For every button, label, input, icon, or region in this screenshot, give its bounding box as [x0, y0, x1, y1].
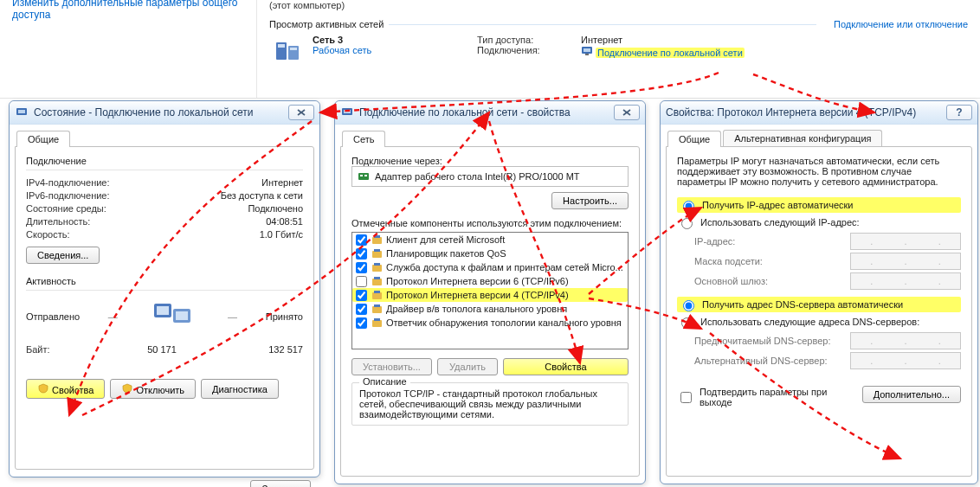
bytes-recv: 132 517: [190, 344, 303, 355]
lan-icon: [15, 106, 29, 119]
validate-label: Подтвердить параметры при выходе: [700, 387, 862, 407]
component-icon: [371, 261, 383, 273]
close-dialog-button[interactable]: Закрыть: [250, 480, 311, 487]
bytes-sent: 50 171: [64, 344, 177, 355]
component-item[interactable]: Планировщик пакетов QoS: [352, 247, 628, 260]
svg-rect-19: [358, 173, 369, 180]
component-item[interactable]: Драйвер в/в тополога канального уровня: [352, 302, 628, 316]
lan-connection-link[interactable]: Подключение по локальной сети: [596, 48, 745, 58]
component-item[interactable]: Служба доступа к файлам и принтерам сете…: [352, 260, 628, 274]
tab-general[interactable]: Общие: [667, 131, 721, 147]
radio-manual-dns[interactable]: Использовать следующие адреса DNS-сервер…: [677, 315, 961, 329]
component-label: Клиент для сетей Microsoft: [386, 234, 505, 245]
gw-label: Основной шлюз:: [694, 276, 850, 286]
component-icon: [371, 247, 383, 260]
diagnose-button[interactable]: Диагностика: [201, 379, 279, 399]
speed-value: 1.0 Гбит/с: [260, 229, 303, 240]
radio-manual-ip[interactable]: Использовать следующий IP-адрес:: [677, 215, 961, 229]
ipv6-label: IPv6-подключение:: [26, 190, 110, 201]
svg-rect-25: [374, 249, 380, 252]
tab-alternate[interactable]: Альтернативная конфигурация: [723, 130, 882, 146]
close-button[interactable]: [288, 105, 314, 120]
svg-rect-23: [374, 235, 380, 238]
component-item[interactable]: Протокол Интернета версии 6 (TCP/IPv6): [352, 274, 628, 288]
ipv4-value: Интернет: [261, 177, 303, 188]
component-checkbox[interactable]: [356, 276, 367, 287]
component-icon: [371, 317, 383, 329]
svg-rect-14: [176, 311, 188, 320]
svg-rect-8: [18, 110, 25, 113]
install-button[interactable]: Установить...: [351, 358, 432, 375]
radio-auto-ip[interactable]: Получить IP-адрес автоматически: [677, 197, 961, 213]
dns1-field: ...: [850, 332, 961, 349]
help-button[interactable]: ?: [946, 105, 972, 120]
svg-rect-31: [374, 291, 380, 293]
component-icon: [371, 303, 383, 315]
component-properties-button[interactable]: Свойства: [503, 358, 629, 375]
tab-network[interactable]: Сеть: [342, 131, 385, 147]
advanced-button[interactable]: Дополнительно...: [862, 386, 961, 403]
svg-rect-26: [372, 265, 382, 272]
description-header: Описание: [359, 376, 410, 387]
ip-address-field: ...: [850, 233, 961, 250]
recv-label: Принято: [266, 311, 303, 322]
svg-rect-5: [583, 48, 590, 52]
component-item[interactable]: Протокол Интернета версии 4 (TCP/IPv4): [352, 288, 628, 302]
component-icon: [371, 289, 383, 301]
mask-field: ...: [850, 253, 961, 270]
component-label: Служба доступа к файлам и принтерам сете…: [386, 262, 623, 272]
close-button[interactable]: [614, 105, 640, 120]
nic-icon: [358, 170, 370, 183]
ip-address-label: IP-адрес:: [694, 236, 850, 247]
svg-rect-29: [374, 277, 380, 279]
component-checkbox[interactable]: [356, 304, 367, 315]
description-text: Протокол TCP/IP - стандартный протокол г…: [359, 388, 621, 420]
component-icon: [371, 275, 383, 287]
component-item[interactable]: Клиент для сетей Microsoft: [352, 233, 628, 247]
svg-rect-32: [372, 306, 382, 313]
svg-rect-24: [372, 251, 382, 258]
network-type-link[interactable]: Рабочая сеть: [313, 45, 371, 55]
ipv6-value: Без доступа к сети: [221, 190, 303, 201]
dialog-title: Подключение по локальной сети - свойства: [359, 106, 571, 119]
component-label: Ответчик обнаружения топологии канальног…: [386, 317, 622, 328]
details-button[interactable]: Сведения...: [26, 247, 100, 264]
svg-rect-27: [374, 263, 380, 266]
uninstall-button[interactable]: Удалить: [437, 358, 498, 375]
component-checkbox[interactable]: [356, 262, 367, 273]
speed-label: Скорость:: [26, 229, 70, 240]
mask-label: Маска подсети:: [694, 256, 850, 266]
component-icon: [371, 234, 383, 246]
svg-rect-30: [372, 292, 382, 299]
tab-general[interactable]: Общие: [16, 131, 70, 147]
radio-auto-dns[interactable]: Получить адрес DNS-сервера автоматически: [677, 297, 961, 312]
sent-label: Отправлено: [26, 311, 80, 322]
radio-auto-ip-input[interactable]: [683, 201, 694, 212]
network-sharing-strip: Изменить дополнительные параметры общего…: [0, 0, 980, 99]
ipv4-intro-text: Параметры IP могут назначаться автоматич…: [677, 156, 961, 187]
radio-manual-ip-input[interactable]: [681, 218, 693, 229]
component-checkbox[interactable]: [356, 248, 367, 260]
radio-auto-dns-input[interactable]: [683, 300, 694, 311]
components-list[interactable]: Клиент для сетей MicrosoftПланировщик па…: [351, 232, 629, 349]
component-checkbox[interactable]: [356, 317, 367, 329]
dns2-field: ...: [850, 352, 961, 369]
dns1-label: Предпочитаемый DNS-сервер:: [694, 336, 850, 346]
radio-manual-dns-input[interactable]: [681, 317, 693, 329]
path-note: (этот компьютер): [269, 0, 968, 10]
disable-button[interactable]: Отключить: [110, 379, 196, 399]
properties-button[interactable]: Свойства: [26, 379, 105, 399]
connection-group-label: Подключение: [26, 156, 303, 166]
svg-rect-35: [374, 318, 380, 321]
component-item[interactable]: Ответчик обнаружения топологии канальног…: [352, 316, 628, 330]
shield-icon: [121, 382, 133, 394]
access-type-value: Интернет: [581, 35, 745, 45]
connect-disconnect-link[interactable]: Подключение или отключение: [834, 19, 968, 29]
configure-button[interactable]: Настроить...: [551, 192, 629, 209]
lan-icon: [340, 106, 354, 119]
component-checkbox[interactable]: [356, 234, 367, 246]
validate-checkbox[interactable]: [680, 392, 692, 403]
component-checkbox[interactable]: [356, 290, 367, 301]
gw-field: ...: [850, 272, 961, 290]
change-sharing-settings-link[interactable]: Изменить дополнительные параметры общего…: [12, 0, 244, 21]
